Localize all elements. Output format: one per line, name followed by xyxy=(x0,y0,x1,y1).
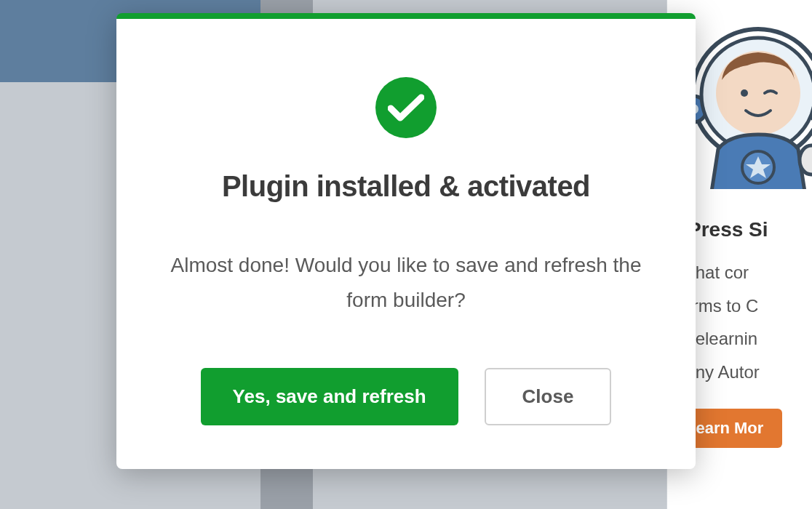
save-and-refresh-button[interactable]: Yes, save and refresh xyxy=(201,368,458,425)
modal-overlay: Plugin installed & activated Almost done… xyxy=(0,0,812,509)
confirmation-modal: Plugin installed & activated Almost done… xyxy=(116,13,696,469)
modal-icon-container xyxy=(146,77,666,138)
modal-title: Plugin installed & activated xyxy=(146,170,666,203)
success-check-icon xyxy=(375,77,437,138)
close-button[interactable]: Close xyxy=(485,368,612,425)
modal-actions: Yes, save and refresh Close xyxy=(146,368,666,425)
modal-body-text: Almost done! Would you like to save and … xyxy=(146,248,666,317)
